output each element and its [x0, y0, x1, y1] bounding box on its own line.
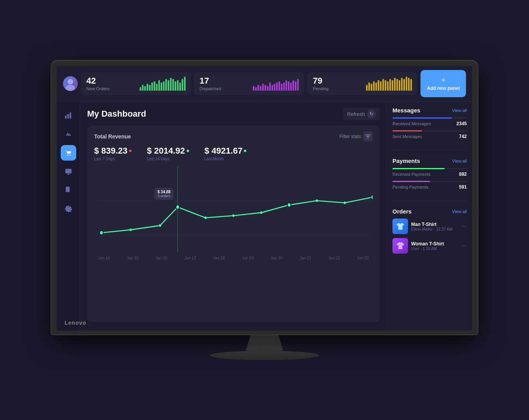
- svg-point-23: [159, 224, 161, 227]
- svg-point-5: [67, 155, 68, 156]
- received-payments-count: 892: [459, 172, 467, 177]
- x-label-6: Jan 20: [271, 256, 282, 260]
- sidebar-item-design[interactable]: [61, 126, 76, 142]
- pending-label: Pending: [313, 86, 362, 91]
- x-label-9: Jan 23: [357, 256, 369, 260]
- svg-point-27: [260, 212, 263, 214]
- dispatched-chart: [253, 77, 299, 91]
- x-label-2: Jan 16: [156, 256, 167, 260]
- svg-point-22: [130, 229, 132, 231]
- payments-section: Payments View all Received Payments 892: [392, 158, 467, 194]
- sidebar-item-orders[interactable]: [61, 145, 76, 161]
- svg-rect-3: [67, 114, 69, 119]
- svg-point-26: [232, 214, 235, 217]
- page-title: My Dashboard: [87, 109, 146, 119]
- brand-label: Lenovo: [65, 320, 86, 326]
- revenue-stats: $ 839.23 Last 7 Days $ 2014.92: [94, 146, 373, 161]
- orders-label: New Orders: [86, 86, 136, 91]
- monitor-neck: [241, 335, 288, 351]
- chart-x-labels: Jan 14 Jan 15 Jan 16 Jan 17 Jan 18 Jan 1…: [94, 256, 373, 260]
- dashboard-content: My Dashboard Refresh ↻ Total Revenue Fil…: [80, 102, 387, 331]
- x-label-8: Jan 22: [328, 256, 340, 260]
- order-info-0: Man T-Shirt Eliton Møller · 12:37 AM: [411, 222, 459, 231]
- svg-point-28: [287, 203, 291, 207]
- order-more-1[interactable]: ···: [462, 242, 467, 249]
- x-label-0: Jan 14: [98, 256, 110, 260]
- order-more-0[interactable]: ···: [462, 223, 467, 230]
- svg-rect-4: [70, 112, 71, 119]
- revenue-card: Total Revenue Filter stats: [87, 126, 380, 322]
- payments-view-all[interactable]: View all: [452, 159, 467, 163]
- chart-svg: [94, 166, 373, 252]
- svg-rect-10: [67, 191, 68, 192]
- order-img-1: 👚: [392, 238, 408, 254]
- order-item-1: 👚 Woman T-Shirt User · 1:20 AM ···: [392, 238, 467, 254]
- orders-chart: [140, 77, 186, 91]
- add-panel-button[interactable]: + Add new panel: [420, 70, 466, 97]
- x-label-7: Jan 21: [300, 256, 311, 260]
- x-label-5: Jan 19: [242, 256, 254, 260]
- svg-point-6: [69, 155, 70, 156]
- received-messages-item: Received Messages 2345: [392, 117, 467, 126]
- svg-point-25: [205, 217, 207, 219]
- order-name-0: Man T-Shirt: [411, 222, 459, 227]
- revenue-period-month: Last Month: [205, 157, 247, 161]
- revenue-stat-14days: $ 2014.92 Last 14 Days: [147, 146, 189, 161]
- messages-title: Messages: [392, 107, 420, 114]
- divider-2: [392, 201, 467, 201]
- refresh-label: Refresh: [347, 111, 365, 117]
- sidebar-item-documents[interactable]: [61, 182, 76, 198]
- received-payments-bar: [392, 168, 445, 169]
- order-meta-1: User · 1:20 AM: [411, 247, 459, 251]
- revenue-title: Total Revenue: [94, 133, 131, 140]
- add-panel-plus-icon: +: [441, 76, 446, 84]
- svg-point-0: [68, 79, 73, 84]
- messages-view-all[interactable]: View all: [452, 108, 467, 113]
- revenue-dot-month: [244, 150, 246, 152]
- revenue-period-14days: Last 14 Days: [147, 157, 189, 161]
- divider-1: [392, 150, 467, 150]
- avatar: [63, 76, 78, 91]
- orders-view-all[interactable]: View all: [452, 209, 467, 214]
- pending-payments-label: Pending Payments: [392, 185, 428, 189]
- svg-rect-12: [366, 135, 370, 135]
- order-item-0: 👕 Man T-Shirt Eliton Møller · 12:37 AM ·…: [392, 219, 467, 234]
- sent-messages-bar: [392, 130, 422, 131]
- svg-point-31: [371, 195, 373, 200]
- revenue-amount-7days: $ 839.23: [94, 146, 128, 156]
- messages-header: Messages View all: [392, 107, 467, 114]
- received-messages-bar: [392, 117, 452, 119]
- payments-header: Payments View all: [392, 158, 467, 164]
- monitor-base: [210, 351, 319, 360]
- right-panel: Messages View all Received Messages 2345: [387, 102, 472, 331]
- pending-number: 79: [313, 76, 362, 86]
- stat-card-orders: 42 New Orders: [81, 72, 191, 95]
- sidebar-item-messages[interactable]: [61, 164, 76, 179]
- svg-rect-9: [67, 190, 69, 191]
- revenue-dot-7days: [129, 150, 131, 152]
- order-meta-0: Eliton Møller · 12:37 AM: [411, 227, 459, 231]
- svg-rect-7: [65, 169, 72, 173]
- revenue-stat-month: $ 4921.67 Last Month: [205, 146, 247, 161]
- dispatched-number: 17: [200, 76, 249, 86]
- tooltip-amount: $ 34.88: [158, 190, 170, 194]
- sidebar-item-settings[interactable]: [61, 201, 76, 217]
- sidebar-item-analytics[interactable]: [61, 108, 76, 123]
- x-label-4: Jan 18: [213, 256, 225, 260]
- pending-payments-bar: [392, 181, 430, 182]
- received-messages-count: 2345: [456, 121, 467, 126]
- order-info-1: Woman T-Shirt User · 1:20 AM: [411, 241, 459, 251]
- pending-payments-item: Pending Payments 591: [392, 181, 467, 190]
- svg-point-29: [316, 200, 318, 202]
- filter-stats-button[interactable]: Filter stats: [340, 132, 373, 141]
- chart-tooltip: $ 34.88 3 orders: [154, 188, 173, 200]
- x-label-3: Jan 17: [184, 256, 196, 260]
- orders-title: Orders: [392, 208, 412, 215]
- revenue-stat-7days: $ 839.23 Last 7 Days: [94, 146, 131, 161]
- sent-messages-label: Sent Messages: [392, 134, 422, 139]
- order-img-0: 👕: [392, 219, 408, 234]
- revenue-amount-month: $ 4921.67: [205, 146, 243, 156]
- filter-icon: [363, 132, 373, 141]
- refresh-button[interactable]: Refresh ↻: [343, 108, 380, 120]
- svg-point-21: [100, 231, 103, 235]
